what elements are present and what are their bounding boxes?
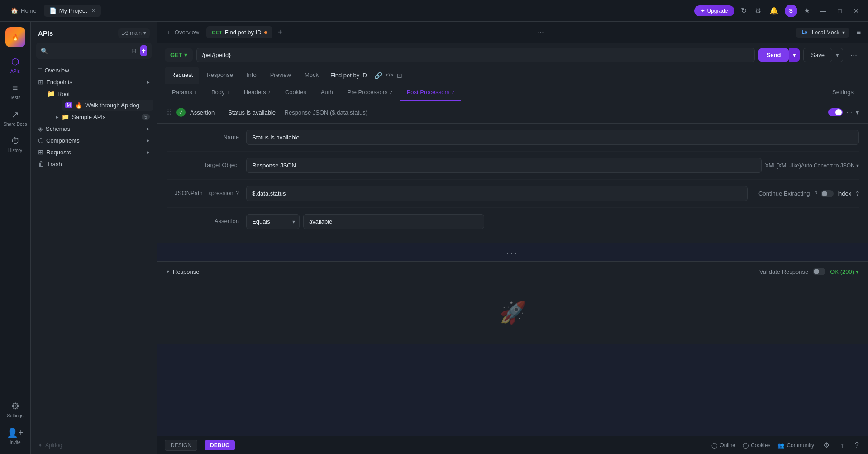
param-tab-auth[interactable]: Auth: [314, 84, 340, 101]
pre-processors-badge: 2: [390, 90, 392, 95]
project-tab-close[interactable]: ✕: [91, 8, 95, 14]
cookies-action[interactable]: ◯ Cookies: [743, 442, 770, 449]
jsonpath-help-icon[interactable]: ?: [236, 190, 239, 196]
param-tab-post-processors[interactable]: Post Processors 2: [400, 84, 462, 101]
url-input[interactable]: [196, 48, 755, 62]
tree-item-sample-apis[interactable]: ▸ 📁 Sample APIs 5: [43, 111, 153, 123]
assertion-more-button[interactable]: ···: [846, 108, 852, 116]
assertion-toggle[interactable]: [828, 108, 843, 116]
assertion-collapse-button[interactable]: ▾: [856, 109, 859, 116]
continue-extracting-help-icon[interactable]: ?: [815, 191, 818, 197]
tree-item-walk-through[interactable]: M 🔥 Walk through Apidog: [62, 100, 153, 111]
name-field-label: Name: [167, 130, 239, 140]
method-label: GET: [170, 52, 182, 58]
param-tab-settings[interactable]: Settings: [825, 84, 861, 101]
tree-item-components[interactable]: ⬡ Components ▸: [34, 134, 153, 146]
param-tab-params[interactable]: Params 1: [165, 84, 204, 101]
assertion-rhs-input[interactable]: [303, 214, 484, 229]
sidebar-item-apis[interactable]: ⬡ APIs: [0, 53, 30, 77]
assertion-header[interactable]: ⠿ ✓ Assertion Status is available Respon…: [157, 101, 868, 124]
param-tab-body[interactable]: Body 1: [204, 84, 237, 101]
assertion-select-wrapper: Equals Not Equals Contains Not Contains …: [246, 214, 300, 229]
find-pet-request-tab[interactable]: GET Find pet by ID: [206, 26, 272, 38]
index-help-icon[interactable]: ?: [856, 191, 859, 197]
filter-button[interactable]: ⊞: [131, 47, 137, 54]
local-mock-label: Local Mock: [812, 29, 839, 36]
project-tab[interactable]: 📄 My Project ✕: [44, 5, 101, 17]
add-endpoint-button[interactable]: +: [140, 45, 147, 56]
jsonpath-input[interactable]: [246, 186, 748, 201]
sub-tab-response[interactable]: Response: [200, 67, 239, 84]
bottom-upload-button[interactable]: ↑: [839, 440, 846, 451]
assertion-select[interactable]: Equals Not Equals Contains Not Contains …: [246, 214, 300, 229]
settings-nav-icon: ⚙: [11, 401, 19, 411]
more-tabs-button[interactable]: ···: [534, 27, 547, 38]
home-tab[interactable]: 🏠 Home: [5, 5, 42, 17]
name-field-control: [246, 130, 859, 145]
param-tab-cookies[interactable]: Cookies: [278, 84, 314, 101]
tree-item-overview[interactable]: □ Overview: [34, 64, 153, 76]
minimize-button[interactable]: —: [816, 5, 830, 16]
search-input[interactable]: [52, 48, 128, 54]
sub-tab-request[interactable]: Request: [165, 67, 199, 84]
left-panel-title: APIs: [38, 29, 53, 37]
assertion-form: Name Target Object XML(XML-like)Auto Con…: [157, 124, 868, 243]
param-tabs-bar: Params 1 Body 1 Headers 7 Cookies Auth P…: [157, 84, 868, 101]
param-tab-pre-processors[interactable]: Pre Processors 2: [340, 84, 400, 101]
maximize-button[interactable]: □: [835, 5, 845, 16]
split-icon[interactable]: ⊡: [397, 72, 402, 79]
send-dropdown-button[interactable]: ▾: [789, 48, 800, 62]
layout-button[interactable]: ≡: [855, 27, 863, 38]
tree-item-endpoints[interactable]: ⊞ Endpoints ▸: [34, 76, 153, 88]
form-row-name: Name: [167, 124, 859, 152]
notification-button[interactable]: 🔔: [768, 5, 780, 17]
tree-item-root[interactable]: 📁 Root: [43, 88, 153, 100]
tree-item-trash[interactable]: 🗑 Trash: [34, 158, 153, 170]
refresh-button[interactable]: ↻: [739, 5, 749, 17]
drag-handle-icon: ⠿: [167, 108, 172, 117]
settings-icon-button[interactable]: ⚙: [753, 5, 763, 17]
url-bar-more-button[interactable]: ···: [847, 48, 861, 62]
add-request-tab-button[interactable]: +: [274, 26, 286, 39]
tree-sub-root: 📁 Root M 🔥 Walk through Apidog ▸ 📁 Sampl…: [34, 88, 153, 123]
name-input[interactable]: [246, 130, 859, 145]
sidebar-item-history[interactable]: ⏱ History: [0, 132, 30, 157]
tree-item-schemas[interactable]: ◈ Schemas ▸: [34, 123, 153, 134]
save-button[interactable]: Save: [803, 48, 832, 62]
method-selector[interactable]: GET ▾: [165, 48, 193, 62]
sub-tab-mock[interactable]: Mock: [298, 67, 325, 84]
sidebar-item-tests[interactable]: ≡ Tests: [0, 79, 30, 104]
debug-button[interactable]: DEBUG: [205, 440, 235, 450]
ok-status-chevron-icon: ▾: [856, 268, 859, 275]
save-dropdown-button[interactable]: ▾: [832, 48, 843, 62]
overview-request-tab[interactable]: □ Overview: [163, 26, 205, 38]
link-icon[interactable]: 🔗: [374, 72, 382, 79]
sidebar-item-invite[interactable]: 👤+ Invite: [7, 424, 24, 449]
validate-response-toggle[interactable]: [813, 268, 825, 275]
code-icon[interactable]: </>: [386, 72, 393, 79]
star-button[interactable]: ★: [802, 5, 812, 17]
xml-option-label[interactable]: XML(XML-like)Auto Convert to JSON ▾: [765, 162, 859, 169]
avatar[interactable]: S: [785, 5, 797, 17]
community-action[interactable]: 👥 Community: [777, 442, 814, 449]
jsonpath-field-label: JSONPath Expression ?: [167, 186, 239, 196]
close-button[interactable]: ✕: [850, 5, 863, 16]
target-input[interactable]: [246, 158, 762, 173]
ok-status-badge[interactable]: OK (200) ▾: [830, 268, 859, 275]
sub-tab-info[interactable]: Info: [240, 67, 263, 84]
local-mock-selector[interactable]: Lo Local Mock ▾: [796, 28, 849, 38]
online-status[interactable]: ◯ Online: [711, 442, 735, 449]
response-section-header[interactable]: ▾ Response Validate Response OK (200) ▾: [157, 262, 868, 282]
send-button[interactable]: Send: [758, 48, 789, 62]
sub-tab-preview[interactable]: Preview: [264, 67, 297, 84]
bottom-help-button[interactable]: ?: [853, 440, 861, 451]
continue-extracting-toggle[interactable]: [821, 190, 834, 197]
design-button[interactable]: DESIGN: [165, 440, 197, 451]
upgrade-button[interactable]: ✦ Upgrade: [694, 5, 734, 16]
branch-selector[interactable]: ⎇ main ▾: [118, 28, 150, 38]
sidebar-item-settings[interactable]: ⚙ Settings: [7, 397, 24, 422]
bottom-settings-button[interactable]: ⚙: [821, 439, 831, 451]
tree-item-requests[interactable]: ⊞ Requests ▸: [34, 146, 153, 158]
sidebar-item-share-docs[interactable]: ↗ Share Docs: [0, 105, 30, 130]
param-tab-headers[interactable]: Headers 7: [237, 84, 278, 101]
